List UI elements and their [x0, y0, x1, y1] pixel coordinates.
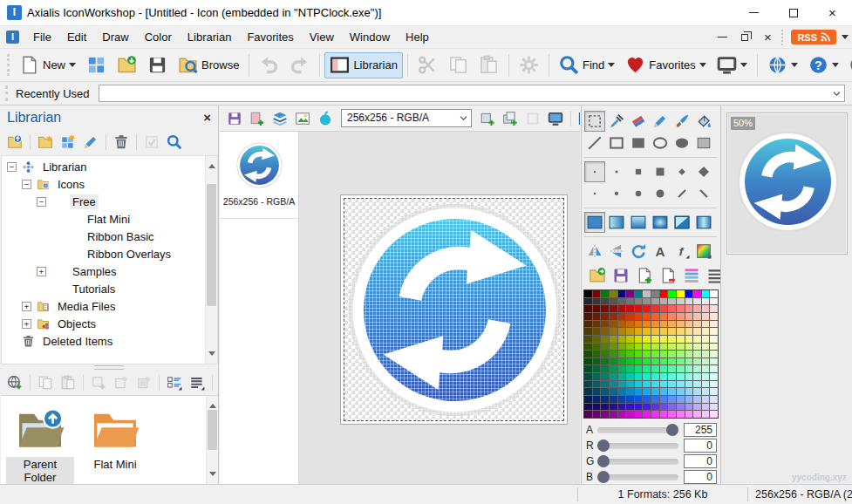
palette-color-swatch[interactable] — [610, 365, 617, 372]
grid-blue-button[interactable] — [81, 52, 112, 78]
palette-color-swatch[interactable] — [693, 411, 701, 418]
tree-item-icons[interactable]: −Icons — [2, 175, 205, 193]
dot2-tool[interactable] — [606, 183, 627, 204]
splitter-grip[interactable] — [94, 365, 124, 370]
palette-color-swatch[interactable] — [618, 358, 626, 365]
apple-button[interactable] — [315, 108, 336, 129]
palette-color-swatch[interactable] — [651, 336, 659, 343]
fill-diag-tool[interactable] — [671, 212, 692, 233]
rss-dropdown-arrow[interactable] — [842, 35, 849, 43]
palette-color-swatch[interactable] — [685, 358, 693, 365]
palette-color-swatch[interactable] — [635, 321, 643, 328]
trash-button[interactable] — [111, 132, 132, 153]
palette-color-swatch[interactable] — [610, 358, 617, 365]
flip-h-tool[interactable] — [584, 241, 605, 262]
palette-color-swatch[interactable] — [610, 313, 617, 320]
menu-window[interactable]: Window — [342, 27, 398, 47]
palette-color-swatch[interactable] — [593, 365, 601, 372]
palette-color-swatch[interactable] — [710, 404, 718, 411]
palette-color-swatch[interactable] — [618, 396, 626, 403]
palette-color-swatch[interactable] — [584, 321, 592, 328]
palette-color-swatch[interactable] — [601, 298, 609, 305]
palette-color-swatch[interactable] — [668, 358, 676, 365]
palette-color-swatch[interactable] — [702, 396, 710, 403]
blue-value-field[interactable]: 0 — [684, 470, 717, 484]
palette-color-swatch[interactable] — [710, 344, 718, 351]
palette-color-swatch[interactable] — [601, 358, 609, 365]
floppy-dark-button[interactable] — [142, 52, 173, 78]
palette-color-swatch[interactable] — [601, 351, 609, 358]
palette-color-swatch[interactable] — [710, 396, 718, 403]
palette-color-swatch[interactable] — [626, 298, 634, 305]
palette-color-swatch[interactable] — [668, 336, 676, 343]
palette-color-swatch[interactable] — [643, 358, 651, 365]
palette-color-swatch[interactable] — [677, 373, 685, 380]
palette-color-swatch[interactable] — [660, 328, 668, 335]
palette-color-swatch[interactable] — [626, 365, 634, 372]
fill-gh-tool[interactable] — [606, 212, 627, 233]
tree-item-media-files[interactable]: +Media Files — [2, 297, 205, 315]
stack-blue-button[interactable] — [269, 108, 290, 129]
palette-color-swatch[interactable] — [702, 328, 710, 335]
palette-color-swatch[interactable] — [677, 328, 685, 335]
tree-item-objects[interactable]: +Objects — [2, 315, 205, 332]
palette-color-swatch[interactable] — [635, 358, 643, 365]
palette-color-swatch[interactable] — [660, 396, 668, 403]
palette-color-swatch[interactable] — [660, 290, 668, 297]
bslash-tool[interactable] — [693, 183, 714, 204]
tree-item-deleted-items[interactable]: Deleted Items — [2, 332, 205, 350]
menu-color[interactable]: Color — [137, 27, 180, 47]
palette-color-swatch[interactable] — [710, 305, 718, 312]
fx-tool[interactable]: f — [671, 241, 692, 262]
menu-librarian[interactable]: Librarian — [180, 27, 240, 47]
palette-color-swatch[interactable] — [651, 321, 659, 328]
palette-color-swatch[interactable] — [651, 411, 659, 418]
line-tool[interactable] — [584, 133, 605, 153]
palette-color-swatch[interactable] — [626, 351, 634, 358]
alpha-slider-thumb[interactable] — [666, 424, 678, 436]
palette-color-swatch[interactable] — [685, 388, 693, 395]
view-lines-button[interactable] — [187, 372, 208, 393]
palette-color-swatch[interactable] — [660, 305, 668, 312]
palette-color-swatch[interactable] — [593, 396, 601, 403]
palette-color-swatch[interactable] — [635, 305, 643, 312]
palette-color-swatch[interactable] — [685, 321, 693, 328]
palette-color-swatch[interactable] — [584, 404, 592, 411]
rect-f-tool[interactable] — [628, 133, 649, 153]
browse-button[interactable]: Browse — [173, 52, 244, 78]
collapse-icon[interactable]: − — [37, 197, 46, 207]
tree-item-librarian[interactable]: −Librarian — [2, 158, 205, 175]
palette-color-swatch[interactable] — [610, 328, 617, 335]
palette-color-swatch[interactable] — [618, 411, 626, 418]
palette-color-swatch[interactable] — [677, 321, 685, 328]
palette-color-swatch[interactable] — [584, 298, 592, 305]
palette-color-swatch[interactable] — [618, 298, 626, 305]
tree-item-samples[interactable]: +Samples — [2, 262, 205, 280]
palette-lines-button[interactable] — [680, 264, 702, 286]
menu-favorites[interactable]: Favorites — [239, 27, 301, 47]
palette-color-swatch[interactable] — [626, 290, 634, 297]
palette-color-swatch[interactable] — [618, 313, 626, 320]
palette-color-swatch[interactable] — [710, 351, 718, 358]
palette-color-swatch[interactable] — [635, 344, 643, 351]
sq6-tool[interactable] — [650, 161, 671, 182]
fill-rad-tool[interactable] — [650, 212, 671, 233]
palette-color-swatch[interactable] — [593, 404, 601, 411]
palette-color-swatch[interactable] — [610, 321, 617, 328]
palette-color-swatch[interactable] — [677, 358, 685, 365]
windows-plus-button[interactable] — [500, 108, 521, 129]
palette-color-swatch[interactable] — [584, 381, 592, 388]
globe-blue-button[interactable] — [762, 52, 803, 78]
format-thumbnail[interactable] — [236, 142, 283, 188]
palette-color-swatch[interactable] — [626, 373, 634, 380]
palette-color-swatch[interactable] — [710, 358, 718, 365]
palette-color-swatch[interactable] — [618, 336, 626, 343]
collapse-icon[interactable]: − — [7, 162, 17, 172]
palette-color-swatch[interactable] — [584, 336, 592, 343]
palette-color-swatch[interactable] — [677, 365, 685, 372]
palette-color-swatch[interactable] — [601, 313, 609, 320]
alpha-value-field[interactable]: 255 — [684, 423, 717, 437]
palette-color-swatch[interactable] — [693, 404, 701, 411]
palette-color-swatch[interactable] — [593, 321, 601, 328]
menu-view[interactable]: View — [302, 27, 342, 47]
